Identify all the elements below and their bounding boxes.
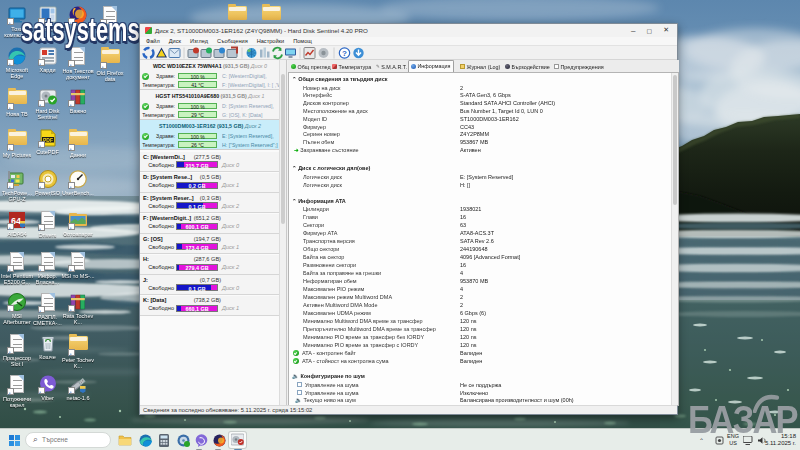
svg-text:PDF: PDF: [43, 137, 53, 143]
svg-text:64: 64: [11, 216, 21, 226]
svg-text:?: ?: [342, 49, 347, 58]
